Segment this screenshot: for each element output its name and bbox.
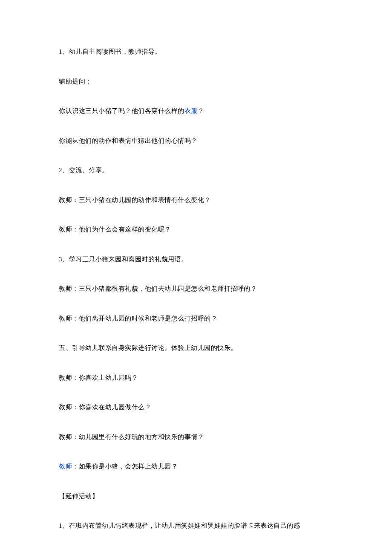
paragraph-5: 2、交流、分享。 <box>59 165 333 175</box>
paragraph-10: 教师：他们离开幼儿园的时候和老师是怎么打招呼的？ <box>59 314 333 324</box>
paragraph-8: 3、学习三只小猪来园和离园时的礼貌用语。 <box>59 254 333 264</box>
paragraph-12: 教师：你喜欢上幼儿园吗？ <box>59 373 333 383</box>
paragraph-6: 教师：三只小猪在幼儿园的动作和表情有什么变化？ <box>59 195 333 205</box>
paragraph-3: 你认识这三只小猪了吗？他们各穿什么样的衣服？ <box>59 106 333 116</box>
paragraph-2: 辅助提问： <box>59 77 333 87</box>
teacher-link[interactable]: 教师 <box>59 463 72 470</box>
paragraph-1: 1、幼儿自主阅读图书，教师指导。 <box>59 47 333 57</box>
paragraph-3-prefix: 你认识这三只小猪了吗？他们各穿什么样的 <box>59 107 184 114</box>
paragraph-17: 1、在班内布置幼儿情绪表现栏，让幼儿用笑娃娃和哭娃娃的脸谱卡来表达自己的感 <box>59 521 333 531</box>
paragraph-9: 教师：三只小猪都很有礼貌，他们去幼儿园是怎么和老师打招呼的？ <box>59 284 333 294</box>
paragraph-16: 【延伸活动】 <box>59 491 333 501</box>
paragraph-4: 你能从他们的动作和表情中猜出他们的心情吗？ <box>59 136 333 146</box>
paragraph-11: 五、引导幼儿联系自身实际进行讨论。体验上幼儿园的快乐。 <box>59 343 333 353</box>
clothes-link[interactable]: 衣服 <box>184 107 198 114</box>
paragraph-7: 教师：他们为什么会有这样的变化呢？ <box>59 225 333 234</box>
paragraph-3-suffix: ？ <box>198 107 205 114</box>
paragraph-14: 教师：幼儿园里有什么好玩的地方和快乐的事情？ <box>59 432 333 442</box>
paragraph-15: 教师：如果你是小猪，会怎样上幼儿园？ <box>59 462 333 471</box>
paragraph-15-suffix: ：如果你是小猪，会怎样上幼儿园？ <box>72 463 178 470</box>
paragraph-13: 教师：你喜欢在幼儿园做什么？ <box>59 402 333 412</box>
